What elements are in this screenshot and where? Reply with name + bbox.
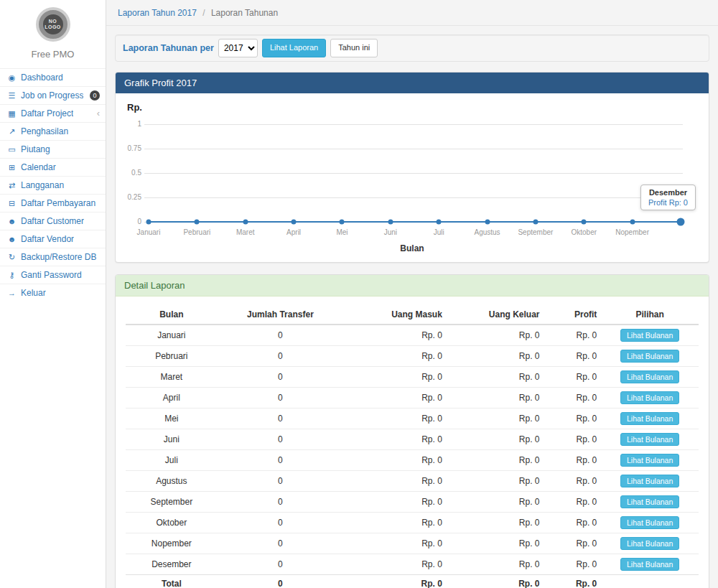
data-point-oktober[interactable] (582, 220, 587, 225)
data-point-juli[interactable] (437, 220, 442, 225)
breadcrumb-link[interactable]: Laporan Tahun 2017 (118, 8, 197, 18)
lihat-bulanan-button[interactable]: Lihat Bulanan (620, 537, 679, 550)
data-point-desember[interactable] (677, 218, 685, 226)
lihat-bulanan-button[interactable]: Lihat Bulanan (620, 516, 679, 529)
brand-name: Free PMO (0, 49, 106, 60)
series-line (149, 221, 681, 223)
lihat-bulanan-button[interactable]: Lihat Bulanan (620, 558, 679, 571)
uang-masuk-cell: Rp. 0 (343, 367, 447, 388)
logo-text-line2: LOGO (45, 24, 61, 30)
calendar-icon: ⊞ (7, 163, 17, 172)
profit-cell: Rp. 0 (544, 346, 602, 367)
sidebar-item-dashboard[interactable]: ◉Dashboard (0, 68, 106, 86)
data-point-april[interactable] (292, 220, 297, 225)
main-area: Laporan Tahun 2017 / Laporan Tahunan Lap… (106, 0, 718, 588)
data-point-januari[interactable] (146, 220, 151, 225)
sidebar-item-piutang[interactable]: ▭Piutang (0, 140, 106, 158)
transfer-cell: 0 (218, 471, 344, 492)
lihat-laporan-button[interactable]: Lihat Laporan (262, 39, 326, 57)
chart-series (149, 123, 681, 225)
data-point-nopember[interactable] (630, 220, 635, 225)
month-cell: Nopember (126, 533, 218, 554)
uang-keluar-cell: Rp. 0 (447, 533, 544, 554)
sidebar-item-label: Daftar Project (21, 108, 73, 118)
filter-label: Laporan Tahunan per (123, 43, 214, 53)
tahun-ini-button[interactable]: Tahun ini (330, 39, 378, 57)
sidebar-menu: ◉Dashboard☰Job on Progress0▦Daftar Proje… (0, 68, 106, 302)
x-tick-label: Juli (434, 228, 444, 236)
sidebar-item-daftar-pembayaran[interactable]: ⊟Daftar Pembayaran (0, 194, 106, 212)
sidebar-item-daftar-project[interactable]: ▦Daftar Project‹ (0, 104, 106, 122)
data-point-mei[interactable] (340, 220, 345, 225)
column-header: Profit (544, 305, 602, 325)
uang-masuk-cell: Rp. 0 (343, 471, 447, 492)
action-cell: Lihat Bulanan (601, 409, 699, 429)
sidebar-item-label: Piutang (21, 144, 50, 154)
sidebar-item-ganti-password[interactable]: ⚷Ganti Password (0, 266, 106, 284)
tooltip-value: Profit Rp: 0 (648, 198, 688, 207)
breadcrumb-current: Laporan Tahunan (211, 8, 278, 18)
line-chart-icon: ↗ (7, 127, 17, 136)
transfer-cell: 0 (218, 492, 344, 513)
detail-panel-title: Detail Laporan (116, 275, 709, 297)
table-row: April0Rp. 0Rp. 0Rp. 0Lihat Bulanan (126, 388, 699, 409)
table-row: Mei0Rp. 0Rp. 0Rp. 0Lihat Bulanan (126, 409, 699, 429)
lihat-bulanan-button[interactable]: Lihat Bulanan (620, 370, 679, 383)
sidebar-item-langganan[interactable]: ⇄Langganan (0, 176, 106, 194)
transfer-cell: 0 (218, 346, 344, 367)
uang-keluar-cell: Rp. 0 (447, 554, 544, 575)
year-select[interactable]: 2017 (218, 39, 258, 57)
month-cell: Agustus (126, 471, 218, 492)
sidebar-item-label: Langganan (21, 180, 64, 190)
column-header: Uang Masuk (343, 305, 447, 325)
transfer-cell: 0 (218, 409, 344, 429)
uang-keluar-cell: Rp. 0 (447, 367, 544, 388)
x-tick-label: Maret (236, 228, 255, 236)
lihat-bulanan-button[interactable]: Lihat Bulanan (620, 495, 679, 508)
sidebar-item-label: Ganti Password (21, 270, 82, 280)
uang-masuk-cell: Rp. 0 (343, 388, 447, 409)
sidebar-item-calendar[interactable]: ⊞Calendar (0, 158, 106, 176)
lock-icon: ⚷ (7, 271, 17, 280)
sidebar-item-daftar-customer[interactable]: ☻Daftar Customer (0, 212, 106, 230)
lihat-bulanan-button[interactable]: Lihat Bulanan (620, 433, 679, 446)
data-point-agustus[interactable] (485, 220, 490, 225)
payments-icon: ⊟ (7, 199, 17, 208)
profit-cell: Rp. 0 (544, 533, 602, 554)
table-body: Januari0Rp. 0Rp. 0Rp. 0Lihat BulananPebr… (126, 325, 699, 588)
lihat-bulanan-button[interactable]: Lihat Bulanan (620, 329, 679, 342)
empty-cell (601, 575, 699, 588)
table-row: Pebruari0Rp. 0Rp. 0Rp. 0Lihat Bulanan (126, 346, 699, 367)
lihat-bulanan-button[interactable]: Lihat Bulanan (620, 412, 679, 425)
sidebar-item-daftar-vendor[interactable]: ☻Daftar Vendor (0, 230, 106, 248)
sidebar-item-penghasilan[interactable]: ↗Penghasilan (0, 122, 106, 140)
uang-masuk-cell: Rp. 0 (343, 429, 447, 450)
sidebar-item-keluar[interactable]: →Keluar (0, 284, 106, 302)
action-cell: Lihat Bulanan (601, 388, 699, 409)
data-point-september[interactable] (533, 220, 538, 225)
sidebar-item-backup-restore-db[interactable]: ↻Backup/Restore DB (0, 248, 106, 266)
data-point-maret[interactable] (243, 220, 248, 225)
month-cell: Juli (126, 450, 218, 471)
data-point-juni[interactable] (388, 220, 393, 225)
lihat-bulanan-button[interactable]: Lihat Bulanan (620, 475, 679, 487)
data-point-pebruari[interactable] (195, 220, 200, 225)
month-cell: April (126, 388, 218, 409)
lihat-bulanan-button[interactable]: Lihat Bulanan (620, 350, 679, 363)
x-tick-label: April (286, 228, 301, 236)
chart-panel-body: Rp. 10.750.50.250 Desember Profit Rp: 0 … (116, 93, 709, 262)
transfer-cell: 0 (218, 513, 344, 533)
transfer-cell: 0 (218, 450, 344, 471)
sidebar-item-job-on-progress[interactable]: ☰Job on Progress0 (0, 86, 106, 104)
breadcrumb-separator: / (202, 8, 205, 18)
profit-cell: Rp. 0 (544, 471, 602, 492)
users-icon: ☻ (7, 217, 17, 225)
lihat-bulanan-button[interactable]: Lihat Bulanan (620, 391, 679, 404)
month-cell: Maret (126, 367, 218, 388)
detail-panel: Detail Laporan BulanJumlah TransferUang … (115, 274, 709, 588)
uang-keluar-cell: Rp. 0 (447, 492, 544, 513)
x-axis-label: Bulan (126, 243, 699, 253)
uang-keluar-cell: Rp. 0 (447, 409, 544, 429)
lihat-bulanan-button[interactable]: Lihat Bulanan (620, 454, 679, 467)
total-cell: Rp. 0 (544, 575, 602, 588)
